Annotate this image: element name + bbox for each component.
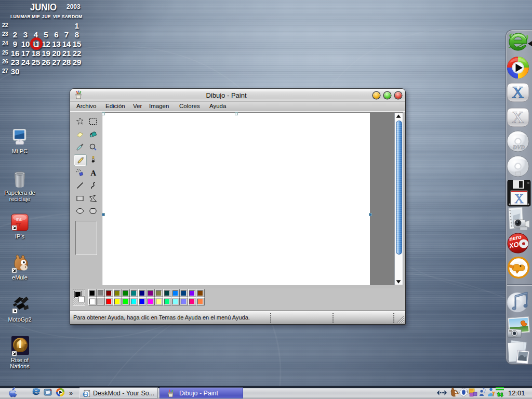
svg-text:A: A [90,169,96,177]
svg-text:X: X [514,192,524,206]
svg-text:DVD: DVD [512,144,525,150]
